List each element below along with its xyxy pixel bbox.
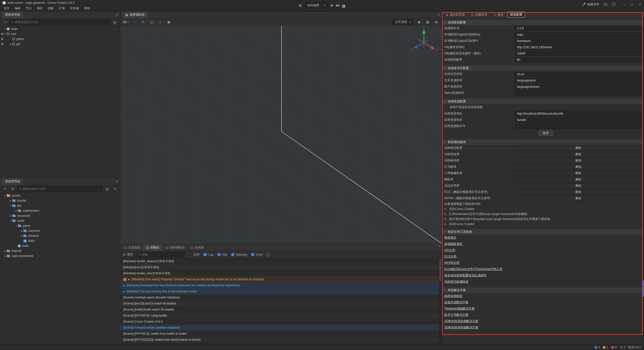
notification-warning-count[interactable]: 1	[603, 345, 608, 349]
asset-node-libs[interactable]: ▼ libs	[0, 203, 120, 208]
asset-node-bundle[interactable]: ▶ bundle	[0, 198, 120, 203]
expand-arrow-icon[interactable]: ▶	[15, 210, 18, 212]
scrollbar-thumb[interactable]	[439, 259, 441, 281]
spine-path-input[interactable]	[515, 91, 642, 96]
preview-target-icon[interactable]: ▤	[299, 4, 302, 7]
expand-arrow-icon[interactable]: ▶	[4, 250, 7, 252]
light-toggle-icon[interactable]: ◉	[416, 19, 422, 25]
refresh-assets-button[interactable]: ↻	[112, 186, 118, 192]
notification-task-count[interactable]: 0	[620, 345, 625, 349]
image-path-input[interactable]	[515, 84, 642, 89]
tab-build-publish[interactable]: 构建发布	[469, 12, 490, 18]
log-row[interactable]: [Scene] [bullet]:bullet wasm lib loaded.	[120, 307, 441, 313]
asset-node-assets[interactable]: ▼ assets	[0, 193, 120, 198]
link-mvvm-docs[interactable]: MVVM文档	[444, 261, 459, 265]
link-template-project[interactable]: 游戏模板项目	[444, 242, 462, 246]
link-tiledmap-solution[interactable]: Tiledmap地图解决方案	[444, 307, 475, 311]
assets-search-input[interactable]	[22, 187, 100, 191]
link-api-docs[interactable]: API文档	[444, 248, 455, 252]
expand-arrow-icon[interactable]: ▶	[4, 255, 7, 257]
expand-arrow-icon[interactable]: ▶	[20, 235, 23, 237]
expand-arrow-icon[interactable]: ▶	[9, 215, 12, 217]
rotate-tool-icon[interactable]: ↻	[140, 19, 146, 25]
scale-tool-icon[interactable]: ◱	[149, 19, 154, 25]
languages-input[interactable]	[515, 72, 642, 77]
section-docs-links[interactable]: ▼ 框架文档工具链接	[442, 229, 644, 235]
assets-search[interactable]	[17, 186, 102, 192]
game-version-input[interactable]	[515, 26, 642, 31]
console-search-input[interactable]	[142, 253, 183, 256]
notification-error-count[interactable]: 0	[611, 345, 617, 349]
expand-arrow-icon[interactable]: ▶	[123, 290, 125, 293]
delete-button[interactable]: 删除	[515, 196, 642, 201]
help-icon[interactable]: ?	[612, 3, 616, 6]
tab-property-inspector[interactable]: ⊕ 属性检查器	[443, 12, 468, 18]
regex-checkbox[interactable]: 正则	[189, 252, 199, 257]
gizmo-z-label[interactable]: Z	[411, 48, 413, 51]
hierarchy-tab[interactable]: 层级管理器	[2, 11, 23, 18]
lock-icon[interactable]	[1, 38, 3, 40]
menu-panel[interactable]: 面板	[45, 6, 56, 11]
anchor-tool-icon[interactable]: ▣	[166, 19, 172, 25]
remote-url-input[interactable]	[515, 111, 642, 116]
remote-bundle-input[interactable]	[515, 117, 642, 122]
collapse-arrow-icon[interactable]: ▼	[4, 33, 7, 35]
expand-arrow-icon[interactable]: ▶	[9, 200, 12, 202]
hierarchy-node-main[interactable]: ▼ main	[0, 26, 120, 31]
tab-services[interactable]: 服务	[491, 12, 506, 18]
console-scrollbar[interactable]	[439, 258, 441, 344]
link-hotupdate-plugin[interactable]: 原生包热更新配置自动生成插件	[444, 273, 487, 278]
hierarchy-node-root[interactable]: ▼ root	[0, 31, 120, 36]
filter-warning-checkbox[interactable]: ✓ Warning	[231, 253, 247, 256]
minimize-button[interactable]: –	[623, 3, 625, 6]
filter-log-checkbox[interactable]: ✓ Log	[204, 253, 213, 256]
hierarchy-node-game[interactable]: game	[0, 36, 120, 41]
log-row-info[interactable]: ▶ [Window] Download the Vue Devtools ext…	[120, 282, 441, 288]
delete-button[interactable]: 删除	[515, 152, 642, 157]
log-row[interactable]: [Scene] [PHYSICS2D]: switch from box2d-w…	[120, 337, 441, 343]
inspector-scrollbar[interactable]	[642, 18, 644, 344]
log-row-info[interactable]: ▶ [Window] You are running Vue in develo…	[120, 288, 441, 294]
delete-button[interactable]: 删除	[515, 183, 642, 188]
crypto-iv-input[interactable]	[515, 38, 642, 43]
screenshot-icon[interactable]	[604, 3, 607, 6]
asset-node-script[interactable]: ▼ script	[0, 218, 120, 223]
rect-tool-icon[interactable]: ▭	[157, 19, 163, 25]
fps-input[interactable]	[515, 57, 642, 62]
tab-framework-config[interactable]: 框架配置	[507, 12, 525, 18]
delete-button[interactable]: 删除	[515, 171, 642, 176]
asset-node-oops-framework[interactable]: ▶ oops-framework	[0, 253, 120, 258]
camera-settings-icon[interactable]: ▦	[425, 19, 430, 25]
scrollbar-thumb[interactable]	[642, 280, 644, 297]
hierarchy-search-input[interactable]	[15, 20, 108, 24]
export-log-icon[interactable]	[267, 253, 269, 256]
link-3d-rpg-solution[interactable]: 3D角色扮演游戏解决方案	[444, 325, 478, 330]
panel-menu-icon[interactable]: ≡	[116, 13, 118, 17]
menu-node[interactable]: 节点	[23, 6, 34, 11]
link-tutorial-project[interactable]: 教程项目	[444, 236, 456, 240]
menu-developer[interactable]: 开发者	[67, 6, 82, 11]
gizmo-x-label[interactable]: X	[436, 48, 438, 51]
log-row[interactable]: [Scene] [PHYSICS]: using builtin.	[120, 313, 441, 319]
http-timeout-input[interactable]	[515, 51, 642, 56]
link-2d-rpg-solution[interactable]: 2D角色扮演游戏解决方案	[444, 319, 478, 323]
remote-load-checkbox[interactable]: 游戏中资源是否远程加载	[442, 104, 644, 110]
lock-icon[interactable]	[1, 43, 3, 45]
tab-animation-graph[interactable]: 动画图	[188, 244, 207, 251]
log-row-info[interactable]: [Scene] Forward render pipeline initiali…	[120, 325, 441, 331]
section-resource-config[interactable]: ▼ 游戏资源配置	[442, 99, 644, 104]
link-guide-solution[interactable]: 新手引导解决方案	[444, 313, 468, 317]
delete-button[interactable]: 删除	[515, 177, 642, 182]
remote-version-input[interactable]	[515, 124, 642, 129]
log-row[interactable]: [Scene] meshopt wasm decoder initialized	[120, 294, 441, 300]
panel-menu-icon[interactable]: ≡	[438, 244, 440, 251]
link-fullstack-solution[interactable]: 全栈开发解决方案	[444, 300, 468, 304]
log-row[interactable]: [Window] render_texture文件夹不存在	[120, 258, 441, 264]
sort-assets-button[interactable]: ⇅	[10, 186, 16, 192]
notification-info-count[interactable]: 3	[594, 345, 600, 349]
link-chess-framework[interactable]: 战棋游戏框架	[444, 294, 462, 298]
lock-icon[interactable]	[1, 33, 3, 35]
expand-arrow-icon[interactable]: ▶	[123, 284, 125, 287]
menu-edit[interactable]: 编辑	[12, 6, 23, 11]
log-row-warning[interactable]: ! ▶ [Window] [Vue warn]: Property "onInp…	[120, 276, 441, 282]
